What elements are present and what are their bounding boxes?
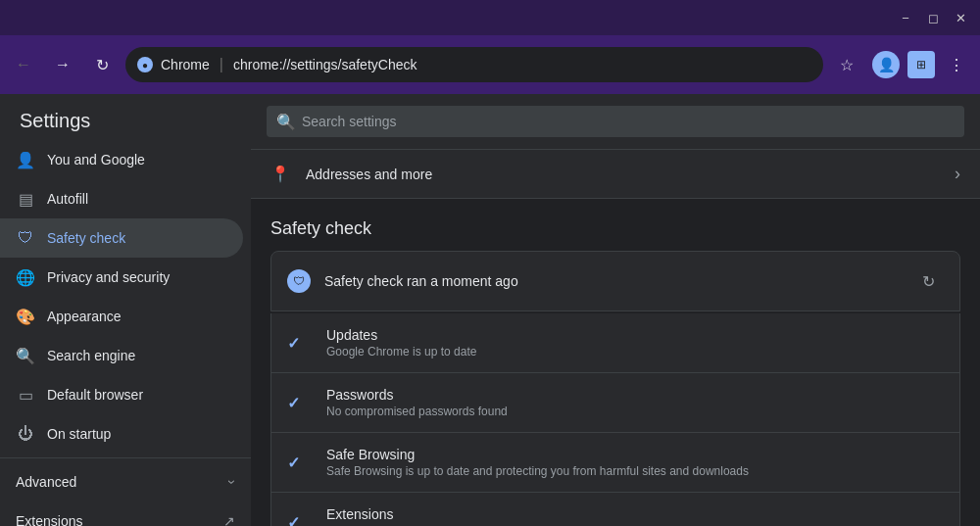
sidebar-label-autofill: Autofill — [47, 191, 88, 207]
close-button[interactable]: ✕ — [949, 6, 972, 29]
main-layout: Settings 👤 You and Google ▤ Autofill 🛡 S… — [0, 94, 980, 526]
safety-refresh-button[interactable]: ↻ — [912, 265, 944, 297]
refresh-button[interactable]: ↻ — [86, 49, 118, 80]
sidebar-item-autofill[interactable]: ▤ Autofill — [0, 179, 243, 218]
safety-check-header-card: 🛡 Safety check ran a moment ago ↻ — [270, 251, 960, 311]
sidebar-label-default-browser: Default browser — [47, 387, 143, 403]
check-item-extensions: ✓ Extensions You're protected from poten… — [270, 493, 960, 526]
check-item-safe-browsing: ✓ Safe Browsing Safe Browsing is up to d… — [270, 433, 960, 493]
privacy-icon: 🌐 — [16, 267, 35, 287]
extensions-check-icon: ✓ — [287, 513, 300, 527]
safety-check-section-title: Safety check — [251, 199, 980, 251]
extensions-label: Extensions — [16, 513, 82, 526]
passwords-check-icon: ✓ — [287, 394, 300, 412]
title-bar: − ◻ ✕ — [0, 0, 980, 35]
addresses-label: Addresses and more — [306, 167, 955, 182]
extensions-button[interactable]: ⊞ — [906, 49, 937, 80]
sidebar-item-advanced[interactable]: Advanced › — [0, 462, 251, 502]
passwords-desc: No compromised passwords found — [326, 405, 944, 418]
sidebar-item-appearance[interactable]: 🎨 Appearance — [0, 297, 243, 336]
passwords-title: Passwords — [326, 387, 944, 403]
browser-toolbar: ← → ↻ ● Chrome | chrome://settings/safet… — [0, 35, 980, 94]
content-area: 🔍 📍 Addresses and more › Safety check 🛡 … — [251, 94, 980, 526]
menu-button[interactable]: ⋮ — [941, 49, 972, 80]
search-bar: 🔍 — [251, 94, 980, 150]
sidebar-label-privacy: Privacy and security — [47, 269, 170, 285]
extensions-icon: ⊞ — [907, 51, 935, 78]
address-separator: | — [220, 56, 223, 73]
safety-status-text: Safety check ran a moment ago — [324, 273, 912, 289]
restore-button[interactable]: ◻ — [921, 6, 945, 29]
you-and-google-icon: 👤 — [16, 150, 35, 169]
safe-browsing-check-icon: ✓ — [287, 454, 300, 472]
default-browser-icon: ▭ — [16, 385, 35, 405]
external-link-icon: ↗ — [223, 513, 235, 526]
check-item-passwords: ✓ Passwords No compromised passwords fou… — [270, 373, 960, 433]
sidebar-item-extensions[interactable]: Extensions ↗ — [0, 502, 251, 526]
on-startup-icon: ⏻ — [16, 424, 35, 444]
sidebar-label-safety-check: Safety check — [47, 230, 125, 246]
addresses-arrow-icon: › — [955, 164, 960, 184]
appearance-icon: 🎨 — [16, 307, 35, 326]
sidebar-divider — [0, 457, 251, 458]
sidebar-label-appearance: Appearance — [47, 309, 122, 324]
content-scroll: 📍 Addresses and more › Safety check 🛡 Sa… — [251, 150, 980, 526]
search-wrapper: 🔍 — [267, 106, 964, 137]
sidebar-item-on-startup[interactable]: ⏻ On startup — [0, 414, 243, 454]
sidebar-label-search: Search engine — [47, 348, 135, 363]
advanced-chevron-icon: › — [225, 480, 241, 485]
updates-desc: Google Chrome is up to date — [326, 345, 944, 359]
back-button[interactable]: ← — [8, 49, 39, 80]
advanced-label: Advanced — [16, 474, 76, 490]
profile-button[interactable]: 👤 — [870, 49, 902, 80]
address-brand: Chrome — [161, 57, 210, 72]
toolbar-icons: 👤 ⊞ ⋮ — [870, 49, 972, 80]
sidebar: Settings 👤 You and Google ▤ Autofill 🛡 S… — [0, 94, 251, 526]
sidebar-item-you-and-google[interactable]: 👤 You and Google — [0, 140, 243, 179]
sidebar-label-on-startup: On startup — [47, 426, 111, 442]
autofill-icon: ▤ — [16, 189, 35, 209]
site-icon: ● — [137, 57, 153, 72]
settings-title: Settings — [0, 94, 251, 140]
addresses-icon: 📍 — [270, 165, 290, 184]
forward-button[interactable]: → — [47, 49, 78, 80]
minimize-button[interactable]: − — [894, 6, 917, 29]
updates-check-icon: ✓ — [287, 334, 300, 353]
check-item-updates: ✓ Updates Google Chrome is up to date — [270, 313, 960, 373]
sidebar-item-search-engine[interactable]: 🔍 Search engine — [0, 336, 243, 375]
sidebar-label-you-and-google: You and Google — [47, 152, 145, 167]
address-bar[interactable]: ● Chrome | chrome://settings/safetyCheck — [125, 47, 823, 82]
profile-avatar: 👤 — [872, 51, 900, 78]
sidebar-item-default-browser[interactable]: ▭ Default browser — [0, 375, 243, 414]
address-url: chrome://settings/safetyCheck — [233, 57, 417, 72]
updates-title: Updates — [326, 327, 944, 343]
search-input[interactable] — [267, 106, 964, 137]
bookmark-button[interactable]: ☆ — [831, 49, 862, 80]
addresses-row[interactable]: 📍 Addresses and more › — [251, 150, 980, 199]
sidebar-item-privacy-security[interactable]: 🌐 Privacy and security — [0, 258, 243, 297]
safe-browsing-desc: Safe Browsing is up to date and protecti… — [326, 464, 944, 478]
sidebar-item-safety-check[interactable]: 🛡 Safety check — [0, 218, 243, 258]
safety-check-icon: 🛡 — [16, 228, 35, 248]
safety-shield-icon: 🛡 — [287, 269, 311, 293]
extensions-check-title: Extensions — [326, 506, 944, 522]
search-engine-icon: 🔍 — [16, 346, 35, 365]
safe-browsing-title: Safe Browsing — [326, 447, 944, 462]
